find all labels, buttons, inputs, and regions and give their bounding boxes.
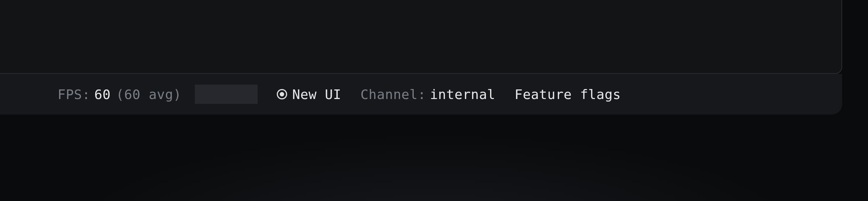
feature-flags-button[interactable]: Feature flags — [514, 87, 621, 102]
window-right-gutter — [842, 0, 868, 115]
fps-label: FPS: — [58, 87, 90, 102]
channel-label: Channel: — [361, 87, 426, 102]
feature-flags-label: Feature flags — [514, 87, 621, 102]
window-backdrop — [0, 115, 868, 201]
new-ui-toggle[interactable]: New UI — [277, 87, 341, 102]
new-ui-toggle-label: New UI — [292, 87, 341, 102]
status-bar: FPS: 60 (60 avg) New UI Channel: interna… — [0, 74, 842, 115]
channel-selector[interactable]: Channel: internal — [361, 87, 496, 102]
fps-sparkline — [195, 85, 258, 104]
fps-readout: FPS: 60 (60 avg) — [58, 85, 258, 104]
fps-current-value: 60 — [94, 87, 111, 102]
fps-avg-value: (60 avg) — [116, 87, 181, 102]
channel-value: internal — [430, 87, 495, 102]
viewport-panel — [0, 0, 842, 74]
radio-selected-icon — [277, 89, 287, 99]
